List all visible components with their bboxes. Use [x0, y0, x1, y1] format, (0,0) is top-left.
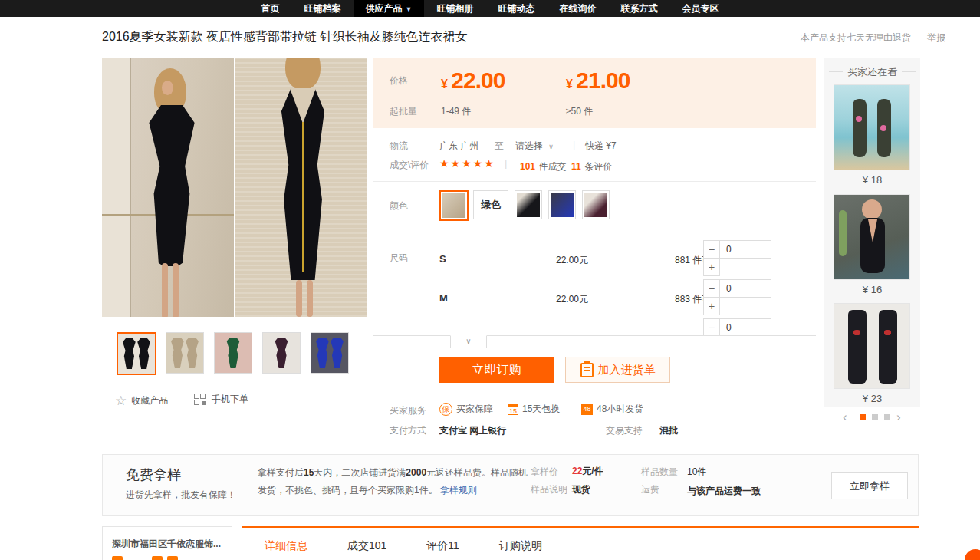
get-sample-button[interactable]: 立即拿样 [831, 472, 908, 499]
deal-count-link[interactable]: 101 件成交 [520, 159, 566, 173]
qty-minus-button[interactable]: − [703, 318, 720, 335]
photo-front-mirror [102, 58, 131, 317]
size-name: M [439, 292, 448, 304]
thumb-dress-shape [169, 338, 186, 368]
qty-input[interactable]: 0 [719, 318, 771, 335]
thumb-dress-shape [136, 338, 153, 369]
black-dress-front [142, 105, 202, 266]
payment-methods: 支付宝 网上银行 [439, 424, 506, 437]
sidebar-price: ¥ 18 [824, 174, 920, 186]
sample-ship-label: 运费 [641, 483, 659, 496]
mobile-order-label: 手机下单 [212, 393, 248, 406]
size-row-s: S 22.00元 881 件可售 − 0 + [373, 238, 816, 277]
sample-rules-link[interactable]: 拿样规则 [440, 485, 477, 496]
calendar-15-icon: 15 [508, 404, 518, 415]
tab-order-notes[interactable]: 订购说明 [499, 539, 542, 553]
thumb-dress-shape [273, 338, 290, 368]
nav-updates[interactable]: 旺铺动态 [485, 0, 547, 17]
carousel-dot[interactable] [884, 414, 890, 420]
carousel-next-button[interactable]: › [896, 412, 901, 423]
divider [373, 335, 816, 336]
thumbnail-purple-dress[interactable] [262, 332, 301, 374]
nav-products[interactable]: 供应产品▼ [354, 0, 425, 17]
floating-service-button[interactable] [965, 549, 980, 560]
color-label: 颜色 [390, 199, 408, 212]
tier1-price: ¥ 22.00 [441, 68, 505, 94]
mobile-order-button[interactable]: 手机下单 [194, 393, 248, 406]
nav-album[interactable]: 旺铺相册 [424, 0, 485, 17]
thumb-dress-shape [120, 338, 137, 369]
thumbnail-blue-dress[interactable] [311, 332, 349, 374]
report-link[interactable]: 举报 [927, 31, 945, 44]
qty-stepper: − 0 + [703, 240, 772, 277]
thumbnail-green-dress[interactable] [214, 332, 252, 374]
plant-shape [839, 210, 847, 256]
tier1-qty: 1-49 件 [441, 105, 471, 118]
qty-input[interactable]: 0 [719, 240, 771, 259]
qty-stepper: − 0 [703, 318, 772, 335]
badge-48-icon: 48 [581, 404, 593, 415]
nav-contact[interactable]: 联系方式 [608, 0, 669, 17]
tab-transactions[interactable]: 成交101 [347, 539, 386, 553]
main-photo-front[interactable] [102, 58, 234, 317]
figure-head [862, 199, 882, 219]
also-viewing-sidebar: 买家还在看 ¥ 18 ¥ 16 ¥ 23 ‹ › [824, 58, 920, 407]
logistics-origin: 广东 广州 [439, 140, 478, 153]
thumb-dress-shape [314, 338, 331, 368]
swatch-black[interactable] [515, 190, 542, 219]
qty-input[interactable]: 0 [719, 279, 771, 298]
carousel-dot-active[interactable] [860, 414, 866, 420]
tier2-qty: ≥50 件 [566, 105, 593, 118]
logistics-label: 物流 [390, 140, 408, 153]
qty-plus-button[interactable]: + [703, 258, 720, 276]
size-row-partial: − 0 [373, 316, 816, 335]
sidebar-product-bodysuit[interactable] [834, 194, 910, 280]
nav-inquiry[interactable]: 在线询价 [547, 0, 608, 17]
tongue-logo [884, 330, 891, 335]
figure-shape [853, 99, 867, 157]
sidebar-product-maxi-dress[interactable] [834, 303, 910, 389]
price-label: 价格 [390, 74, 408, 87]
main-photo-back[interactable] [235, 58, 367, 317]
swatch-khaki[interactable] [439, 190, 469, 221]
thumb-dress-shape [184, 338, 201, 368]
model-face [162, 81, 173, 95]
flower-dot [880, 125, 886, 131]
swatch-blue[interactable] [548, 190, 576, 219]
add-to-cart-button[interactable]: 加入进货单 [565, 357, 670, 383]
order-now-button[interactable]: 立即订购 [439, 357, 554, 383]
carousel-prev-button[interactable]: ‹ [843, 412, 847, 423]
expand-sizes-button[interactable]: ∨ [450, 335, 487, 348]
sidebar-title: 买家还在看 [824, 65, 920, 79]
swatch-darkred[interactable] [582, 190, 610, 219]
swatch-blue-image [551, 193, 574, 217]
nav-shop-profile[interactable]: 旺铺档案 [292, 0, 354, 17]
qty-minus-button[interactable]: − [703, 240, 720, 259]
gold-zipper [302, 122, 304, 272]
sidebar-product-swimsuit[interactable] [834, 84, 910, 170]
qty-minus-button[interactable]: − [703, 279, 720, 298]
carrier-select[interactable]: 请选择 ∨ [515, 140, 554, 153]
review-count-link[interactable]: 11 条评价 [571, 159, 612, 173]
service-guarantee: 保 买家保障 [439, 403, 493, 416]
tab-detail-info[interactable]: 详细信息 [265, 539, 307, 553]
seller-name[interactable]: 深圳市福田区千依恋服饰... [112, 538, 221, 551]
star-outline-icon: ☆ [115, 393, 127, 409]
sample-price-value: 22元/件 [572, 465, 603, 478]
size-rows-container: S 22.00元 881 件可售 − 0 + M 22.00元 883 件可售 … [373, 238, 816, 335]
favorite-product-button[interactable]: ☆ 收藏产品 [115, 393, 168, 409]
product-page: 首页 旺铺档案 供应产品▼ 旺铺相册 旺铺动态 在线询价 联系方式 会员专区 2… [0, 0, 980, 560]
nav-member-zone[interactable]: 会员专区 [669, 0, 731, 17]
swatch-green[interactable]: 绿色 [473, 190, 508, 219]
qty-plus-button[interactable]: + [703, 297, 720, 315]
thumbnail-khaki-dress[interactable] [166, 332, 204, 374]
trade-support-value: 混批 [659, 424, 678, 437]
nav-home[interactable]: 首页 [249, 0, 292, 17]
favorite-label: 收藏产品 [131, 394, 168, 407]
sidebar-price: ¥ 23 [824, 393, 920, 404]
tab-reviews[interactable]: 评价11 [426, 539, 459, 553]
flower-dot [856, 116, 862, 122]
caret-down-icon: ▼ [406, 5, 413, 13]
carousel-dot[interactable] [872, 414, 878, 420]
thumbnail-black-dress[interactable] [117, 332, 156, 375]
